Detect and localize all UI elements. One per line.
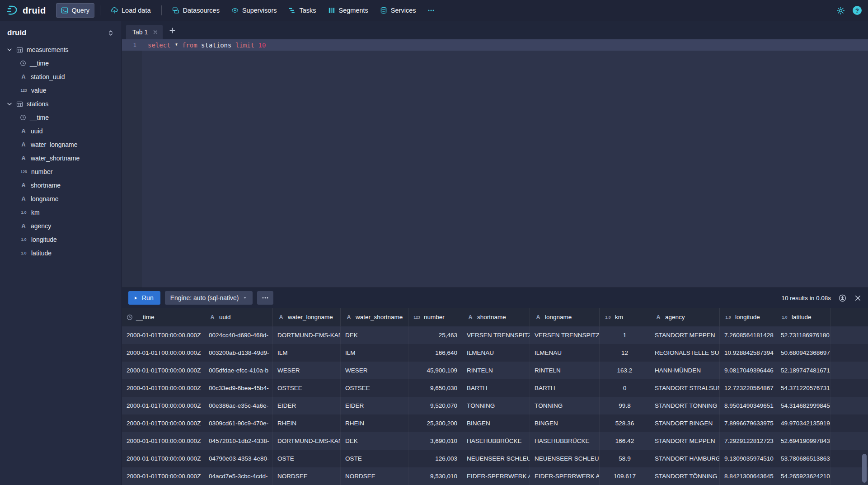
- table-cell[interactable]: EIDER: [341, 397, 408, 414]
- tree-table-stations[interactable]: stations: [0, 97, 122, 111]
- column-header-km[interactable]: 1.0km: [600, 308, 650, 326]
- table-cell[interactable]: BINGEN: [530, 414, 600, 432]
- table-cell[interactable]: EIDER: [273, 397, 341, 414]
- table-cell[interactable]: DORTMUND-EMS-KANAL: [273, 326, 341, 344]
- table-cell[interactable]: 04acd7e5-3cbc-4cdd-: [204, 467, 273, 485]
- table-cell[interactable]: ILMENAU: [462, 344, 530, 362]
- table-cell[interactable]: 9,520,070: [408, 397, 462, 414]
- table-cell[interactable]: 2000-01-01T00:00:00.000Z: [122, 397, 204, 414]
- table-cell[interactable]: VERSEN TRENNSPITZE: [462, 326, 530, 344]
- query-more-button[interactable]: [257, 291, 273, 305]
- sql-code-line[interactable]: select * from stations limit 10: [142, 42, 266, 49]
- table-cell[interactable]: STANDORT TÖNNING: [650, 467, 720, 485]
- table-cell[interactable]: 52.189747481671: [776, 362, 830, 379]
- column-header-latitude[interactable]: 1.0latitude: [776, 308, 830, 326]
- table-cell[interactable]: 54.314682999845: [776, 397, 830, 414]
- double-caret-vertical-icon[interactable]: [107, 29, 114, 37]
- table-cell[interactable]: 04572010-1db2-4338-: [204, 432, 273, 450]
- table-cell[interactable]: OSTSEE: [273, 379, 341, 397]
- nav-item-services[interactable]: Services: [375, 3, 421, 18]
- column-header-number[interactable]: 123number: [408, 308, 462, 326]
- settings-gear-icon[interactable]: [836, 6, 845, 15]
- download-results-icon[interactable]: [839, 294, 846, 302]
- table-cell[interactable]: 9,530,010: [408, 467, 462, 485]
- table-cell[interactable]: ILMENAU: [530, 344, 600, 362]
- nav-item-query[interactable]: Query: [56, 3, 95, 18]
- tree-column-latitude[interactable]: 1.0latitude: [0, 246, 122, 260]
- tab-tab1[interactable]: Tab 1: [126, 25, 163, 39]
- table-cell[interactable]: HASEHUBBRÜCKE: [530, 432, 600, 450]
- table-cell[interactable]: RHEIN: [341, 414, 408, 432]
- table-cell[interactable]: 0: [600, 379, 650, 397]
- tree-column-longname[interactable]: Alongname: [0, 192, 122, 206]
- table-cell[interactable]: OSTE: [273, 450, 341, 467]
- column-header-__time[interactable]: __time: [122, 308, 204, 326]
- table-cell[interactable]: 49.970342135919: [776, 414, 830, 432]
- table-cell[interactable]: HASEHUBBRÜCKE: [462, 432, 530, 450]
- table-cell[interactable]: 2000-01-01T00:00:00.000Z: [122, 432, 204, 450]
- table-cell[interactable]: 109.617: [600, 467, 650, 485]
- table-cell[interactable]: DEK: [341, 326, 408, 344]
- column-header-shortname[interactable]: Ashortname: [462, 308, 530, 326]
- table-cell[interactable]: 12.723220564867: [720, 379, 776, 397]
- table-cell[interactable]: 8.9501490349651: [720, 397, 776, 414]
- tree-column-water_longname[interactable]: Awater_longname: [0, 138, 122, 151]
- nav-item-segments[interactable]: Segments: [323, 3, 373, 18]
- tree-column-__time[interactable]: __time: [0, 111, 122, 124]
- table-cell[interactable]: NORDSEE: [273, 467, 341, 485]
- table-cell[interactable]: 52.731186976180: [776, 326, 830, 344]
- table-cell[interactable]: TÖNNING: [530, 397, 600, 414]
- table-cell[interactable]: OSTSEE: [341, 379, 408, 397]
- table-cell[interactable]: 1: [600, 326, 650, 344]
- table-cell[interactable]: 2000-01-01T00:00:00.000Z: [122, 362, 204, 379]
- close-results-icon[interactable]: [854, 294, 862, 302]
- nav-item-load-data[interactable]: Load data: [106, 3, 156, 18]
- table-cell[interactable]: 10.928842587394: [720, 344, 776, 362]
- table-cell[interactable]: 7.2608564181428: [720, 326, 776, 344]
- column-header-water_shortname[interactable]: Awater_shortname: [341, 308, 408, 326]
- table-cell[interactable]: EIDER-SPERRWERK AP: [462, 467, 530, 485]
- table-cell[interactable]: 2000-01-01T00:00:00.000Z: [122, 414, 204, 432]
- table-cell[interactable]: 7.8996679633975: [720, 414, 776, 432]
- table-cell[interactable]: 53.780686513863: [776, 450, 830, 467]
- table-cell[interactable]: 9.1309035974510: [720, 450, 776, 467]
- table-cell[interactable]: 005dfdae-efcc-410a-b: [204, 362, 273, 379]
- nav-item-datasources[interactable]: Datasources: [167, 3, 225, 18]
- table-cell[interactable]: STANDORT BINGEN: [650, 414, 720, 432]
- table-cell[interactable]: NEUENSEER SCHLEUSE: [530, 450, 600, 467]
- tree-column-number[interactable]: 123number: [0, 165, 122, 179]
- nav-item-tasks[interactable]: Tasks: [283, 3, 321, 18]
- table-cell[interactable]: 58.9: [600, 450, 650, 467]
- table-cell[interactable]: HANN-MÜNDEN: [650, 362, 720, 379]
- table-cell[interactable]: 126,003: [408, 450, 462, 467]
- table-cell[interactable]: 00e386ac-e35c-4a6e-: [204, 397, 273, 414]
- table-cell[interactable]: STANDORT MEPPEN: [650, 326, 720, 344]
- table-cell[interactable]: STANDORT HAMBURG: [650, 450, 720, 467]
- table-cell[interactable]: VERSEN TRENNSPITZE: [530, 326, 600, 344]
- table-cell[interactable]: EIDER-SPERRWERK AP: [530, 467, 600, 485]
- table-cell[interactable]: 52.694190997843: [776, 432, 830, 450]
- table-cell[interactable]: 163.2: [600, 362, 650, 379]
- tree-column-__time[interactable]: __time: [0, 57, 122, 70]
- table-cell[interactable]: NORDSEE: [341, 467, 408, 485]
- tab-close-icon[interactable]: [153, 29, 158, 35]
- nav-item-more[interactable]: [422, 3, 440, 18]
- table-cell[interactable]: 12: [600, 344, 650, 362]
- table-cell[interactable]: 3,690,010: [408, 432, 462, 450]
- table-cell[interactable]: DORTMUND-EMS-KANAL: [273, 432, 341, 450]
- new-tab-icon[interactable]: [169, 27, 176, 34]
- column-header-longname[interactable]: Alongname: [530, 308, 600, 326]
- tree-column-km[interactable]: 1.0km: [0, 206, 122, 219]
- table-cell[interactable]: 2000-01-01T00:00:00.000Z: [122, 450, 204, 467]
- table-cell[interactable]: OSTE: [341, 450, 408, 467]
- table-cell[interactable]: 2000-01-01T00:00:00.000Z: [122, 467, 204, 485]
- table-cell[interactable]: DEK: [341, 432, 408, 450]
- tree-column-value[interactable]: 123value: [0, 84, 122, 97]
- table-cell[interactable]: 7.2929122812723: [720, 432, 776, 450]
- chevron-down-icon[interactable]: [6, 47, 13, 53]
- column-header-longitude[interactable]: 1.0longitude: [720, 308, 776, 326]
- table-cell[interactable]: ILM: [341, 344, 408, 362]
- tree-column-agency[interactable]: Aagency: [0, 219, 122, 233]
- table-cell[interactable]: BINGEN: [462, 414, 530, 432]
- table-cell[interactable]: RINTELN: [530, 362, 600, 379]
